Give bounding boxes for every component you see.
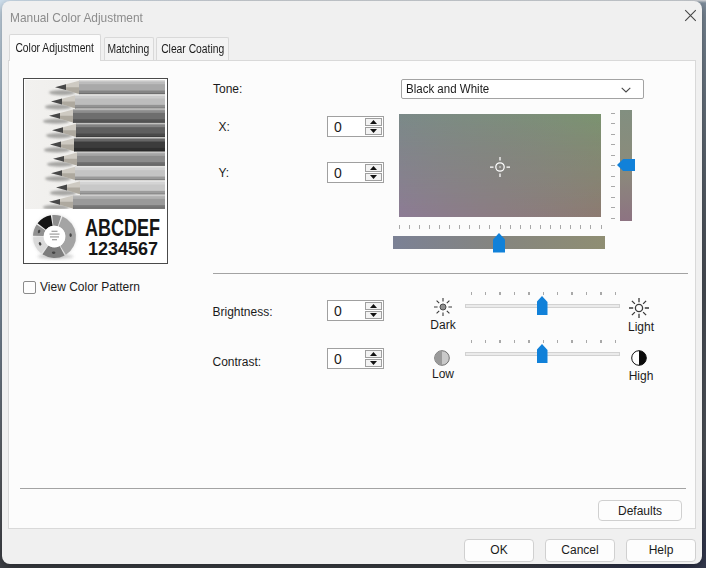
preview-brand-area: ABCDEF1234567	[25, 209, 165, 261]
down-arrow-icon	[370, 175, 377, 179]
spin-buttons	[364, 301, 383, 320]
tab-matching[interactable]: Matching	[104, 37, 154, 61]
x-label: X:	[219, 120, 230, 134]
tick-mark	[540, 225, 541, 229]
svg-text:1234567: 1234567	[88, 238, 158, 259]
tick-mark	[471, 340, 473, 344]
tick-mark	[611, 155, 615, 156]
tab-clear-coating[interactable]: Clear Coating	[156, 37, 229, 61]
down-arrow-icon	[370, 361, 377, 365]
light-sun-icon	[628, 297, 650, 319]
x-spin-up[interactable]	[365, 118, 382, 126]
tick-mark	[499, 292, 501, 296]
tone-value: Black and White	[406, 82, 489, 96]
high-contrast-icon	[631, 350, 647, 366]
close-button[interactable]	[679, 4, 701, 26]
tick-mark	[520, 225, 521, 229]
tick-mark	[499, 340, 501, 344]
tick-mark	[409, 225, 410, 229]
brightness-value[interactable]: 0	[328, 301, 364, 320]
tick-mark	[571, 292, 573, 296]
view-color-pattern-checkbox[interactable]	[23, 281, 36, 294]
help-button[interactable]: Help	[626, 539, 696, 562]
tick-mark	[557, 340, 559, 344]
tab-label: Matching	[108, 42, 150, 56]
tick-mark	[500, 225, 501, 229]
tick-mark	[586, 340, 588, 344]
tick-mark	[439, 225, 440, 229]
tick-mark	[611, 186, 615, 187]
color-map-marker[interactable]	[489, 156, 511, 178]
up-arrow-icon	[370, 304, 377, 308]
dark-sun-icon	[433, 297, 453, 317]
tick-mark	[611, 113, 615, 114]
up-arrow-icon	[370, 352, 377, 356]
tick-mark	[514, 340, 516, 344]
tick-mark	[514, 292, 516, 296]
dialog-content: Manual Color Adjustment Color Adjustment…	[2, 1, 702, 564]
defaults-button[interactable]: Defaults	[598, 500, 682, 521]
x-value[interactable]: 0	[328, 117, 364, 136]
tab-label: Color Adjustment	[15, 41, 94, 55]
contrast-left-caption: Low	[427, 367, 459, 381]
tick-mark	[510, 225, 511, 229]
cancel-button[interactable]: Cancel	[545, 539, 615, 562]
dialog-title: Manual Color Adjustment	[10, 10, 143, 25]
tick-mark	[479, 225, 480, 229]
close-icon	[684, 9, 697, 22]
tab-color-adjustment[interactable]: Color Adjustment	[9, 34, 102, 61]
y-spin-down[interactable]	[365, 173, 382, 181]
y-label: Y:	[219, 166, 230, 180]
down-arrow-icon	[370, 129, 377, 133]
low-contrast-icon	[434, 350, 450, 366]
tick-mark	[615, 292, 617, 296]
up-arrow-icon	[370, 166, 377, 170]
brightness-spinner: 0	[327, 300, 384, 321]
x-spin-down[interactable]	[365, 127, 382, 135]
tick-mark	[429, 225, 430, 229]
tick-mark	[459, 225, 460, 229]
tick-mark	[611, 134, 615, 135]
down-arrow-icon	[370, 313, 377, 317]
brightness-spin-up[interactable]	[365, 302, 382, 310]
tick-mark	[600, 292, 602, 296]
contrast-spin-up[interactable]	[365, 350, 382, 358]
tick-mark	[557, 292, 559, 296]
tick-mark	[543, 340, 545, 344]
contrast-right-caption: High	[624, 369, 658, 383]
tick-mark	[528, 292, 530, 296]
tick-mark	[399, 225, 400, 229]
tick-mark	[611, 144, 615, 145]
y-value[interactable]: 0	[328, 163, 364, 182]
view-color-pattern-row: View Color Pattern	[23, 280, 140, 294]
contrast-spinner: 0	[327, 348, 384, 369]
contrast-value[interactable]: 0	[328, 349, 364, 368]
y-spin-up[interactable]	[365, 164, 382, 172]
separator-bottom	[20, 488, 686, 489]
tick-mark	[528, 340, 530, 344]
preview-image: ABCDEF1234567	[23, 78, 168, 264]
y-spinner: 0	[327, 162, 384, 183]
tick-mark	[580, 225, 581, 229]
tab-label: Clear Coating	[161, 42, 224, 56]
tick-mark	[419, 225, 420, 229]
tick-mark	[489, 225, 490, 229]
up-arrow-icon	[370, 120, 377, 124]
tick-mark	[611, 176, 615, 177]
tick-mark	[560, 225, 561, 229]
spin-buttons	[364, 349, 383, 368]
tick-mark	[590, 225, 591, 229]
desktop-backdrop: Manual Color Adjustment Color Adjustment…	[0, 0, 706, 568]
tone-dropdown[interactable]: Black and White	[401, 79, 644, 100]
tick-mark	[611, 207, 615, 208]
x-spinner: 0	[327, 116, 384, 137]
brightness-spin-down[interactable]	[365, 311, 382, 319]
contrast-spin-down[interactable]	[365, 359, 382, 367]
ok-button[interactable]: OK	[464, 539, 534, 562]
tick-mark	[471, 292, 473, 296]
tick-mark	[611, 165, 615, 166]
tick-mark	[550, 225, 551, 229]
spin-buttons	[364, 117, 383, 136]
tick-mark	[469, 225, 470, 229]
tick-mark	[586, 292, 588, 296]
